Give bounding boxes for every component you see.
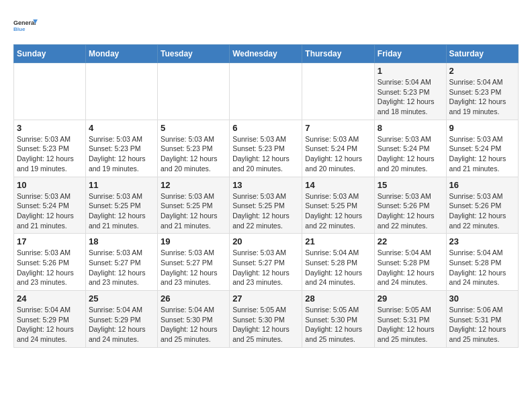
weekday-header-cell: Friday: [374, 45, 446, 63]
day-info: Sunrise: 5:03 AM Sunset: 5:24 PM Dayligh…: [449, 134, 515, 174]
calendar-day-cell: [230, 63, 302, 120]
day-info: Sunrise: 5:03 AM Sunset: 5:23 PM Dayligh…: [161, 134, 226, 174]
weekday-header-cell: Thursday: [302, 45, 375, 63]
day-info: Sunrise: 5:04 AM Sunset: 5:28 PM Dayligh…: [449, 248, 515, 287]
day-number: 18: [89, 236, 154, 246]
calendar-week-row: 17Sunrise: 5:03 AM Sunset: 5:26 PM Dayli…: [14, 234, 519, 291]
day-info: Sunrise: 5:03 AM Sunset: 5:24 PM Dayligh…: [305, 134, 371, 174]
day-number: 19: [161, 236, 226, 246]
weekday-header-cell: Tuesday: [157, 45, 229, 63]
calendar-day-cell: 19Sunrise: 5:03 AM Sunset: 5:27 PM Dayli…: [157, 234, 229, 291]
calendar-day-cell: 14Sunrise: 5:03 AM Sunset: 5:25 PM Dayli…: [302, 177, 375, 234]
day-number: 6: [232, 123, 299, 133]
svg-text:General: General: [13, 19, 36, 26]
calendar-table: SundayMondayTuesdayWednesdayThursdayFrid…: [13, 44, 519, 348]
day-info: Sunrise: 5:04 AM Sunset: 5:29 PM Dayligh…: [17, 305, 83, 345]
day-number: 2: [449, 66, 515, 76]
calendar-day-cell: 16Sunrise: 5:03 AM Sunset: 5:26 PM Dayli…: [446, 177, 518, 234]
calendar-day-cell: 18Sunrise: 5:03 AM Sunset: 5:27 PM Dayli…: [85, 234, 157, 291]
day-info: Sunrise: 5:04 AM Sunset: 5:23 PM Dayligh…: [378, 77, 443, 117]
day-info: Sunrise: 5:06 AM Sunset: 5:31 PM Dayligh…: [449, 305, 515, 345]
day-info: Sunrise: 5:03 AM Sunset: 5:27 PM Dayligh…: [232, 248, 299, 287]
day-number: 11: [89, 180, 154, 190]
weekday-header-cell: Sunday: [14, 45, 86, 63]
calendar-day-cell: 28Sunrise: 5:05 AM Sunset: 5:30 PM Dayli…: [302, 291, 375, 348]
calendar-day-cell: 2Sunrise: 5:04 AM Sunset: 5:23 PM Daylig…: [446, 63, 518, 120]
day-info: Sunrise: 5:03 AM Sunset: 5:26 PM Dayligh…: [378, 191, 443, 231]
day-number: 22: [378, 236, 443, 246]
day-number: 20: [232, 236, 299, 246]
day-number: 5: [161, 123, 226, 133]
calendar-day-cell: 13Sunrise: 5:03 AM Sunset: 5:25 PM Dayli…: [230, 177, 302, 234]
day-info: Sunrise: 5:03 AM Sunset: 5:27 PM Dayligh…: [89, 248, 154, 287]
day-info: Sunrise: 5:03 AM Sunset: 5:26 PM Dayligh…: [17, 248, 83, 287]
calendar-day-cell: 24Sunrise: 5:04 AM Sunset: 5:29 PM Dayli…: [14, 291, 86, 348]
day-number: 10: [17, 180, 83, 190]
day-info: Sunrise: 5:05 AM Sunset: 5:30 PM Dayligh…: [232, 305, 299, 345]
weekday-header-cell: Monday: [85, 45, 157, 63]
day-info: Sunrise: 5:04 AM Sunset: 5:30 PM Dayligh…: [161, 305, 226, 345]
svg-text:Blue: Blue: [13, 26, 26, 32]
calendar-day-cell: 30Sunrise: 5:06 AM Sunset: 5:31 PM Dayli…: [446, 291, 518, 348]
calendar-day-cell: 1Sunrise: 5:04 AM Sunset: 5:23 PM Daylig…: [374, 63, 446, 120]
calendar-day-cell: 26Sunrise: 5:04 AM Sunset: 5:30 PM Dayli…: [157, 291, 229, 348]
weekday-header-cell: Wednesday: [230, 45, 302, 63]
day-number: 28: [305, 293, 371, 304]
day-number: 8: [378, 123, 443, 133]
page-header: General Blue: [13, 13, 519, 38]
day-number: 4: [89, 123, 154, 133]
calendar-day-cell: 25Sunrise: 5:04 AM Sunset: 5:29 PM Dayli…: [85, 291, 157, 348]
calendar-week-row: 24Sunrise: 5:04 AM Sunset: 5:29 PM Dayli…: [14, 291, 519, 348]
day-info: Sunrise: 5:03 AM Sunset: 5:23 PM Dayligh…: [232, 134, 299, 174]
calendar-day-cell: [85, 63, 157, 120]
day-info: Sunrise: 5:03 AM Sunset: 5:25 PM Dayligh…: [161, 191, 226, 231]
day-info: Sunrise: 5:05 AM Sunset: 5:30 PM Dayligh…: [305, 305, 371, 345]
day-info: Sunrise: 5:03 AM Sunset: 5:27 PM Dayligh…: [161, 248, 226, 287]
calendar-day-cell: 7Sunrise: 5:03 AM Sunset: 5:24 PM Daylig…: [302, 120, 375, 177]
logo-svg: General Blue: [13, 13, 38, 38]
day-info: Sunrise: 5:03 AM Sunset: 5:25 PM Dayligh…: [232, 191, 299, 231]
day-number: 26: [161, 293, 226, 304]
day-info: Sunrise: 5:03 AM Sunset: 5:25 PM Dayligh…: [89, 191, 154, 231]
calendar-day-cell: 23Sunrise: 5:04 AM Sunset: 5:28 PM Dayli…: [446, 234, 518, 291]
day-info: Sunrise: 5:05 AM Sunset: 5:31 PM Dayligh…: [378, 305, 443, 345]
calendar-day-cell: 15Sunrise: 5:03 AM Sunset: 5:26 PM Dayli…: [374, 177, 446, 234]
calendar-day-cell: 10Sunrise: 5:03 AM Sunset: 5:24 PM Dayli…: [14, 177, 86, 234]
day-info: Sunrise: 5:03 AM Sunset: 5:23 PM Dayligh…: [17, 134, 83, 174]
day-info: Sunrise: 5:04 AM Sunset: 5:28 PM Dayligh…: [378, 248, 443, 287]
day-number: 25: [89, 293, 154, 304]
day-info: Sunrise: 5:04 AM Sunset: 5:23 PM Dayligh…: [449, 77, 515, 117]
calendar-day-cell: 3Sunrise: 5:03 AM Sunset: 5:23 PM Daylig…: [14, 120, 86, 177]
calendar-day-cell: 17Sunrise: 5:03 AM Sunset: 5:26 PM Dayli…: [14, 234, 86, 291]
day-number: 3: [17, 123, 83, 133]
day-info: Sunrise: 5:03 AM Sunset: 5:23 PM Dayligh…: [89, 134, 154, 174]
calendar-day-cell: [14, 63, 86, 120]
calendar-week-row: 10Sunrise: 5:03 AM Sunset: 5:24 PM Dayli…: [14, 177, 519, 234]
calendar-day-cell: 29Sunrise: 5:05 AM Sunset: 5:31 PM Dayli…: [374, 291, 446, 348]
calendar-day-cell: 11Sunrise: 5:03 AM Sunset: 5:25 PM Dayli…: [85, 177, 157, 234]
day-info: Sunrise: 5:03 AM Sunset: 5:26 PM Dayligh…: [449, 191, 515, 231]
calendar-day-cell: 8Sunrise: 5:03 AM Sunset: 5:24 PM Daylig…: [374, 120, 446, 177]
day-number: 15: [378, 180, 443, 190]
day-number: 1: [378, 66, 443, 76]
day-info: Sunrise: 5:03 AM Sunset: 5:25 PM Dayligh…: [305, 191, 371, 231]
calendar-day-cell: [157, 63, 229, 120]
calendar-day-cell: 9Sunrise: 5:03 AM Sunset: 5:24 PM Daylig…: [446, 120, 518, 177]
day-number: 9: [449, 123, 515, 133]
calendar-day-cell: 27Sunrise: 5:05 AM Sunset: 5:30 PM Dayli…: [230, 291, 302, 348]
day-number: 21: [305, 236, 371, 246]
day-info: Sunrise: 5:03 AM Sunset: 5:24 PM Dayligh…: [17, 191, 83, 231]
day-number: 30: [449, 293, 515, 304]
day-number: 27: [232, 293, 299, 304]
calendar-week-row: 1Sunrise: 5:04 AM Sunset: 5:23 PM Daylig…: [14, 63, 519, 120]
calendar-day-cell: 4Sunrise: 5:03 AM Sunset: 5:23 PM Daylig…: [85, 120, 157, 177]
day-info: Sunrise: 5:03 AM Sunset: 5:24 PM Dayligh…: [378, 134, 443, 174]
day-info: Sunrise: 5:04 AM Sunset: 5:29 PM Dayligh…: [89, 305, 154, 345]
day-number: 16: [449, 180, 515, 190]
weekday-header-row: SundayMondayTuesdayWednesdayThursdayFrid…: [14, 45, 519, 63]
calendar-week-row: 3Sunrise: 5:03 AM Sunset: 5:23 PM Daylig…: [14, 120, 519, 177]
day-info: Sunrise: 5:04 AM Sunset: 5:28 PM Dayligh…: [305, 248, 371, 287]
day-number: 23: [449, 236, 515, 246]
day-number: 24: [17, 293, 83, 304]
logo: General Blue: [13, 13, 38, 38]
